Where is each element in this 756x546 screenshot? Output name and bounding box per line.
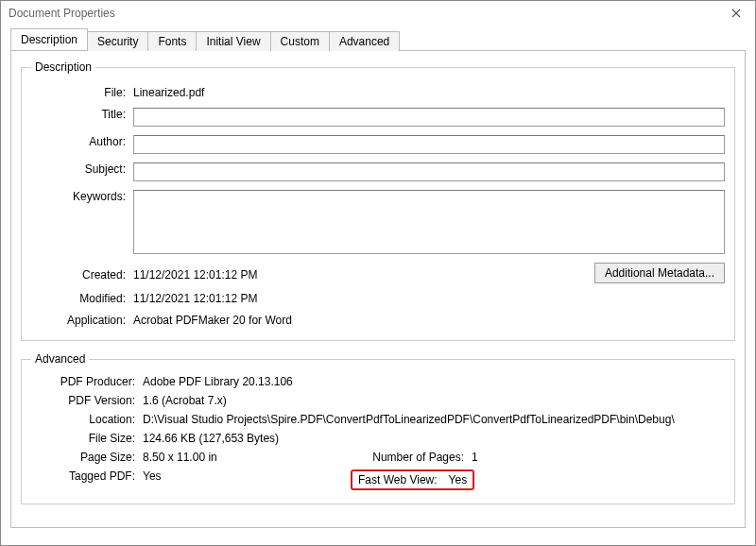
modified-label: Modified: [31, 289, 133, 305]
file-value: Linearized.pdf [133, 83, 725, 99]
file-size-label: File Size: [31, 432, 143, 445]
fast-web-view-label: Fast Web View: [358, 473, 449, 486]
author-label: Author: [31, 132, 133, 148]
file-label: File: [31, 83, 133, 99]
page-size-label: Page Size: [31, 451, 143, 464]
created-label: Created: [31, 265, 133, 282]
titlebar: Document Properties [1, 1, 755, 26]
description-group: Description File: Linearized.pdf Title: … [21, 60, 735, 341]
page-size-value: 8.50 x 11.00 in [143, 451, 351, 464]
keywords-label: Keywords: [31, 187, 133, 203]
subject-label: Subject: [31, 160, 133, 176]
subject-field[interactable] [133, 162, 725, 181]
fast-web-view-highlight: Fast Web View: Yes [351, 469, 474, 490]
pdf-producer-label: PDF Producer: [31, 375, 143, 388]
advanced-group: Advanced PDF Producer: Adobe PDF Library… [21, 352, 735, 504]
file-size-value: 124.66 KB (127,653 Bytes) [143, 432, 725, 445]
tab-fonts[interactable]: Fonts [147, 31, 197, 51]
additional-metadata-button[interactable]: Additional Metadata... [594, 263, 725, 283]
description-panel: Description File: Linearized.pdf Title: … [10, 51, 746, 528]
number-of-pages-label: Number of Pages: [351, 451, 472, 464]
pdf-producer-value: Adobe PDF Library 20.13.106 [143, 375, 725, 388]
document-properties-window: Document Properties Description Security… [0, 0, 756, 546]
fast-web-view-value: Yes [449, 473, 468, 486]
location-label: Location: [31, 413, 143, 426]
application-value: Acrobat PDFMaker 20 for Word [133, 311, 725, 327]
tagged-pdf-value: Yes [143, 469, 351, 483]
title-label: Title: [31, 105, 133, 121]
advanced-legend: Advanced [31, 352, 89, 366]
window-title: Document Properties [9, 7, 115, 20]
close-icon[interactable] [717, 1, 755, 26]
keywords-field[interactable] [133, 190, 725, 254]
modified-value: 11/12/2021 12:01:12 PM [133, 289, 725, 305]
application-label: Application: [31, 311, 133, 327]
tabstrip: Description Security Fonts Initial View … [10, 29, 746, 51]
pdf-version-value: 1.6 (Acrobat 7.x) [143, 394, 725, 407]
tab-initial-view[interactable]: Initial View [196, 31, 270, 51]
pdf-version-label: PDF Version: [31, 394, 143, 407]
title-field[interactable] [133, 108, 725, 127]
tab-custom[interactable]: Custom [270, 31, 330, 51]
description-legend: Description [31, 60, 95, 74]
created-value: 11/12/2021 12:01:12 PM [133, 265, 594, 282]
number-of-pages-value: 1 [472, 451, 478, 464]
tab-security[interactable]: Security [87, 31, 148, 51]
author-field[interactable] [133, 135, 725, 154]
location-value: D:\Visual Studio Projects\Spire.PDF\Conv… [143, 413, 725, 426]
tab-advanced[interactable]: Advanced [329, 31, 400, 51]
tab-description[interactable]: Description [10, 28, 88, 50]
tagged-pdf-label: Tagged PDF: [31, 469, 143, 483]
